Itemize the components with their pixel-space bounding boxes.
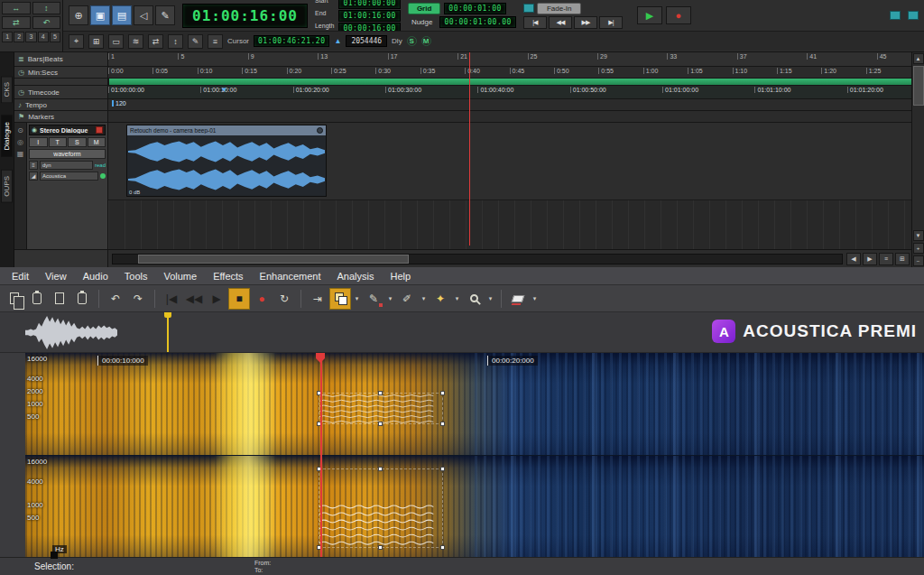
overview-cursor-marker[interactable] <box>167 312 169 352</box>
playhead-line[interactable] <box>320 353 322 557</box>
clip-waveform[interactable]: 0 dB <box>127 135 326 196</box>
go-to-start-icon[interactable]: |◀ <box>161 288 182 310</box>
menu-item-help[interactable]: Help <box>382 267 419 285</box>
brush-tool-icon[interactable]: ✐ <box>396 288 418 310</box>
go-to-end-button[interactable]: ▶| <box>599 16 623 29</box>
track-input-button[interactable]: I <box>29 137 48 147</box>
dock-tab-groups[interactable]: OUPS <box>1 170 13 203</box>
undo-icon[interactable]: ↶ <box>105 288 126 310</box>
mix-paste-icon[interactable] <box>71 288 93 310</box>
retouch-pen-icon[interactable]: ✎ <box>363 288 384 310</box>
menu-item-view[interactable]: View <box>37 267 75 285</box>
copy-icon[interactable] <box>4 288 25 310</box>
vertical-zoom-icon[interactable]: ↕ <box>168 34 183 49</box>
edit-cursor-line[interactable] <box>469 52 470 246</box>
plugin-slot-acoustica[interactable]: Acoustica <box>40 172 98 181</box>
fade-in-button[interactable]: Fade-In <box>537 3 582 14</box>
redo-icon[interactable]: ↷ <box>127 288 149 310</box>
overview-icon[interactable]: ⊞ <box>895 253 910 265</box>
grid-view-icon[interactable]: ⊞ <box>88 34 104 49</box>
workspace-tab-5[interactable]: 5 <box>50 32 60 42</box>
markers-ruler[interactable] <box>108 111 911 122</box>
list-icon[interactable]: ≡ <box>29 161 38 170</box>
vscroll-thumb[interactable] <box>913 66 924 106</box>
scroll-down-icon[interactable]: ▼ <box>913 230 924 241</box>
audio-clip[interactable]: Retouch demo - camera beep-01 0 dB <box>126 125 327 197</box>
range-bar[interactable] <box>108 79 911 85</box>
fade-mode-icon[interactable] <box>523 4 534 13</box>
harmonic-selection[interactable] <box>319 393 443 424</box>
monitor-icon[interactable]: ◁ <box>134 5 153 25</box>
plugin-active-indicator[interactable] <box>100 173 106 179</box>
snap-icon[interactable]: ⇥ <box>307 288 328 310</box>
track-talk-button[interactable]: T <box>49 137 68 147</box>
vzoom-in-icon[interactable]: + <box>913 243 924 254</box>
file-overview-strip[interactable]: A ACOUSTICA PREMI <box>0 312 924 353</box>
menu-item-analysis[interactable]: Analysis <box>328 267 382 285</box>
menu-item-enhancement[interactable]: Enhancement <box>252 267 329 285</box>
fx-grid-icon[interactable]: ▦ <box>17 150 24 158</box>
zoom-tool-icon[interactable] <box>463 288 485 310</box>
nudge-value[interactable]: 00:00:01:00.00 <box>439 16 515 28</box>
timecode-ruler-label[interactable]: ◷Timecode <box>14 86 108 98</box>
waveform-display-button[interactable]: waveform <box>29 149 106 159</box>
automation-icon[interactable]: ⊙ <box>17 126 23 134</box>
brush-dropdown-icon[interactable]: ▾ <box>419 288 429 310</box>
zoom-tool-icon[interactable]: ⊕ <box>69 5 88 25</box>
swap-icon[interactable]: ⇄ <box>148 34 163 49</box>
magic-wand-icon[interactable]: ✦ <box>430 288 451 310</box>
record-button[interactable]: ● <box>666 6 691 24</box>
wave-view-icon[interactable]: ≋ <box>128 34 143 49</box>
hscroll-track[interactable] <box>112 254 843 264</box>
draw-tool-icon[interactable]: ✎ <box>155 5 175 25</box>
go-to-start-button[interactable]: |◀ <box>523 16 547 29</box>
monitor-toggle-icon[interactable] <box>890 11 901 20</box>
nav-horizontal-icon[interactable]: ↔ <box>2 2 31 14</box>
workspace-tab-1[interactable]: 1 <box>2 32 13 42</box>
clip-gain-knob[interactable] <box>317 127 323 134</box>
selection-handle[interactable] <box>440 467 445 471</box>
nav-swap-icon[interactable]: ⇄ <box>2 16 31 29</box>
forward-button[interactable]: ▶▶ <box>574 16 597 29</box>
snap-icon[interactable]: ⌖ <box>69 34 84 49</box>
plugin-icon[interactable]: ◢ <box>29 172 38 181</box>
selection-handle[interactable] <box>440 545 445 550</box>
minsec-ruler-label[interactable]: ◷Min:Secs <box>14 67 108 78</box>
dock-tab-tracks[interactable]: CKS <box>1 76 13 103</box>
zoom-dropdown-icon[interactable]: ▾ <box>485 288 495 310</box>
menu-item-effects[interactable]: Effects <box>205 267 251 285</box>
track-solo-button[interactable]: S <box>68 137 87 147</box>
spectral-selection-tool-icon[interactable] <box>329 288 351 310</box>
metronome-toggle-icon[interactable] <box>908 11 919 20</box>
playback-cursor-marker[interactable]: ▼ <box>221 86 228 94</box>
rewind-button[interactable]: ◀◀ <box>549 16 572 29</box>
wand-dropdown-icon[interactable]: ▾ <box>452 288 462 310</box>
loop-icon[interactable]: ↻ <box>273 288 295 310</box>
markers-ruler-label[interactable]: ⚑Markers <box>14 111 108 122</box>
arrange-area[interactable]: Retouch demo - camera beep-01 0 dB <box>108 123 911 249</box>
record-arm-indicator[interactable] <box>96 126 103 134</box>
clip-header[interactable]: Retouch demo - camera beep-01 <box>127 125 326 135</box>
nav-vertical-icon[interactable]: ↕ <box>32 2 61 14</box>
cut-icon[interactable] <box>49 288 70 310</box>
spectrogram-left-channel[interactable]: 16000 4000 2000 1000 500 <box>25 353 924 456</box>
grid-value[interactable]: 00:00:01:00 <box>444 3 505 14</box>
track-mute-button[interactable]: M <box>88 137 106 147</box>
selection-handle[interactable] <box>378 422 383 426</box>
scroll-up-icon[interactable]: ▲ <box>913 53 924 64</box>
nav-back-icon[interactable]: ↶ <box>32 16 61 29</box>
harmonic-selection[interactable] <box>319 468 443 548</box>
selection-handle[interactable] <box>440 422 445 426</box>
play-icon[interactable]: ▶ <box>206 288 227 310</box>
rewind-icon[interactable]: ◀◀ <box>183 288 205 310</box>
object-box-icon[interactable]: ▭ <box>108 34 124 49</box>
scroll-left-icon[interactable]: ◀ <box>846 253 861 265</box>
workspace-tab-4[interactable]: 4 <box>38 32 49 42</box>
monitor-state-icon[interactable]: ◎ <box>17 138 23 146</box>
hscroll-thumb[interactable] <box>138 255 409 264</box>
bars-ruler-label[interactable]: ≣Bars|Beats <box>14 52 108 66</box>
minsec-ruler[interactable]: 0:00 0:05 0:10 0:15 0:20 0:25 0:30 0:35 … <box>108 67 911 78</box>
track-header[interactable]: ◉ Stereo Dialogue I T S M waveform ≡ <box>27 123 108 249</box>
dynamics-button[interactable]: dyn <box>40 161 93 170</box>
spectral-tool-dropdown-icon[interactable]: ▾ <box>352 288 362 310</box>
